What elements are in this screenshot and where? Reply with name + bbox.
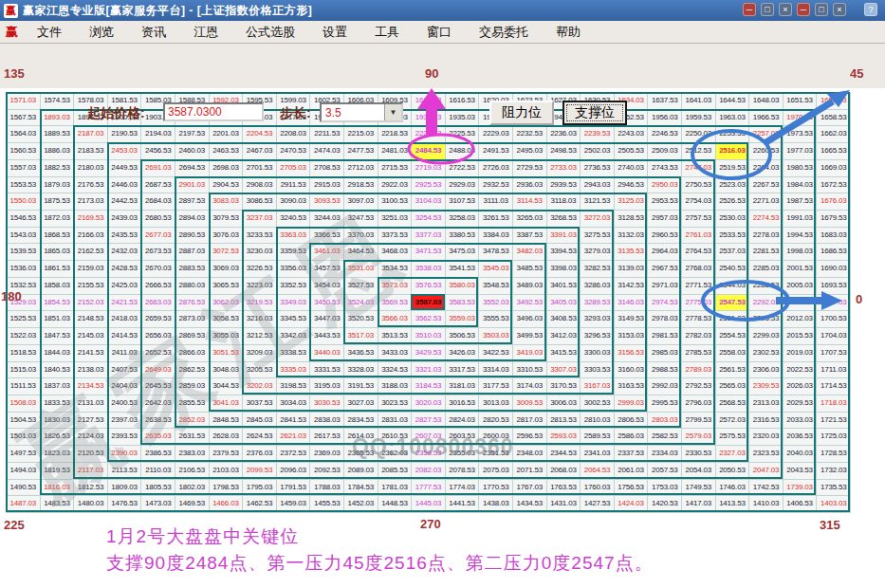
price-cell: 3065.53	[210, 278, 244, 295]
support-button[interactable]: 支撑位	[562, 101, 627, 125]
price-cell: 2775.03	[682, 295, 716, 312]
price-cell: 3293.03	[581, 311, 615, 328]
price-cell: 2855.53	[175, 395, 210, 413]
maximize-icon[interactable]: □	[815, 3, 828, 16]
price-cell: 3216.03	[243, 311, 277, 328]
price-cell: 2736.53	[581, 160, 615, 177]
price-cell: 2638.53	[141, 413, 175, 430]
price-cell: 2918.53	[344, 177, 378, 194]
price-cell: 2568.53	[716, 395, 750, 413]
price-cell: 2194.03	[141, 126, 175, 143]
price-cell: 3114.53	[513, 193, 547, 211]
menu-item-3[interactable]: 资讯	[132, 23, 175, 41]
price-cell: 1819.53	[41, 463, 75, 480]
price-cell: 3447.03	[310, 311, 344, 328]
price-cell: 1886.03	[41, 143, 75, 160]
price-cell: 1931.53	[412, 110, 446, 127]
menu-item-9[interactable]: 交易委托	[470, 23, 538, 41]
price-cell: 3541.53	[446, 261, 480, 278]
price-cell: 2222.03	[412, 126, 446, 143]
price-cell: 3100.53	[378, 193, 413, 211]
price-cell: 1431.03	[547, 496, 581, 513]
price-cell: 1490.53	[7, 480, 41, 497]
price-cell: 2068.03	[547, 463, 581, 480]
price-cell: 2614.03	[344, 429, 378, 446]
menu-item-1[interactable]: 文件	[28, 23, 71, 41]
price-cell: 2337.53	[615, 446, 649, 463]
price-cell: 2883.53	[175, 261, 210, 278]
price-cell: 3069.03	[210, 261, 244, 278]
price-cell: 2089.03	[344, 463, 378, 480]
maximize-icon[interactable]: □	[761, 3, 774, 16]
minimize-icon[interactable]: ─	[743, 3, 756, 16]
price-cell: 2754.03	[682, 193, 716, 211]
close-icon[interactable]: ×	[779, 3, 792, 16]
price-cell: 3041.03	[210, 395, 244, 413]
start-price-input[interactable]	[163, 102, 264, 121]
price-cell: 3111.03	[479, 193, 513, 211]
menu-item-10[interactable]: 帮助	[546, 23, 590, 41]
price-cell: 3163.53	[615, 378, 649, 395]
price-cell: 2250.03	[682, 126, 716, 143]
price-cell: 2351.53	[479, 446, 513, 463]
price-cell: 3051.53	[210, 345, 244, 362]
price-cell: 1403.03	[817, 496, 851, 513]
price-cell: 1469.53	[175, 496, 210, 513]
price-cell: 1795.03	[243, 480, 277, 497]
price-cell: 1676.03	[817, 193, 851, 211]
price-cell: 1497.53	[7, 446, 41, 463]
price-cell: 2187.03	[74, 126, 108, 143]
price-cell: 3356.03	[277, 261, 311, 278]
price-cell: 3331.53	[310, 362, 344, 379]
menu-item-5[interactable]: 公式选股	[236, 23, 304, 41]
price-cell: 2617.53	[310, 429, 344, 446]
step-combobox[interactable]: 3.5 ▼	[320, 102, 403, 122]
price-cell: 2565.03	[716, 378, 750, 395]
menu-item-4[interactable]: 江恩	[184, 23, 228, 41]
price-cell: 1690.03	[817, 261, 851, 278]
price-cell: 2131.03	[74, 395, 108, 413]
price-cell: 2551.03	[716, 311, 750, 328]
menu-item-7[interactable]: 工具	[365, 23, 409, 41]
menu-item-6[interactable]: 设置	[313, 23, 357, 41]
price-cell: 2365.53	[344, 446, 378, 463]
price-cell: 2887.03	[175, 244, 210, 261]
price-cell: 1935.03	[446, 110, 480, 127]
price-cell: 2652.53	[141, 345, 175, 362]
price-cell: 2880.03	[175, 278, 210, 295]
price-cell: 1760.03	[581, 480, 615, 497]
price-cell: 2862.53	[175, 362, 210, 379]
resistance-button[interactable]: 阻力位	[489, 101, 554, 125]
minimize-icon[interactable]: ─	[797, 3, 810, 16]
price-cell: 2243.03	[615, 126, 649, 143]
price-cell: 1714.53	[817, 378, 851, 395]
price-cell: 1721.53	[817, 413, 851, 430]
price-cell: 2757.53	[682, 211, 716, 228]
price-cell: 1543.03	[7, 228, 41, 245]
price-cell: 2600.03	[479, 429, 513, 446]
price-cell: 2421.53	[108, 295, 142, 312]
chevron-down-icon[interactable]: ▼	[384, 104, 401, 120]
price-cell: 2670.03	[141, 261, 175, 278]
price-cell: 2085.53	[378, 463, 413, 480]
price-cell: 1483.53	[41, 496, 75, 513]
price-cell: 1658.53	[817, 110, 851, 127]
price-cell: 2372.53	[277, 446, 311, 463]
price-cell: 2586.03	[615, 429, 649, 446]
price-cell: 3450.53	[310, 295, 344, 312]
price-cell: 2271.03	[749, 193, 784, 211]
price-cell: 2726.03	[479, 160, 513, 177]
price-cell: 3534.53	[378, 261, 413, 278]
price-cell: 2502.03	[581, 143, 615, 160]
price-cell: 2012.03	[784, 311, 818, 328]
menu-item-8[interactable]: 窗口	[417, 23, 461, 41]
price-cell: 2239.53	[581, 126, 615, 143]
close-icon[interactable]: ×	[833, 3, 846, 16]
price-cell: 2817.03	[513, 413, 547, 430]
help-icon[interactable]: ?	[864, 3, 877, 16]
price-cell: 3573.03	[378, 278, 413, 295]
price-cell: 2379.53	[210, 446, 244, 463]
menu-item-2[interactable]: 浏览	[80, 23, 123, 41]
price-cell: 2225.53	[446, 126, 480, 143]
window-title: 赢家江恩专业版[赢家服务平台] - [上证指数价格正方形]	[23, 3, 312, 19]
